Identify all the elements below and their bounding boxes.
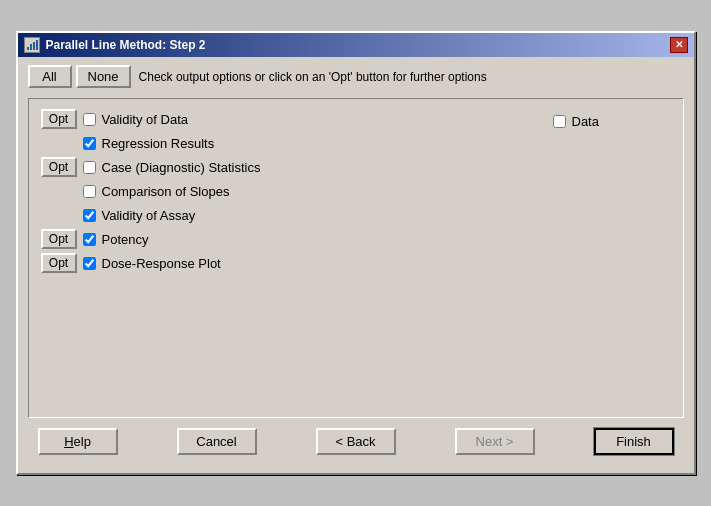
svg-rect-3 [36, 40, 38, 50]
row-case-diagnostic: Opt Case (Diagnostic) Statistics [41, 157, 531, 181]
label-regression-results: Regression Results [102, 136, 215, 151]
help-button[interactable]: Help [38, 428, 118, 455]
opt-button-validity-of-data[interactable]: Opt [41, 109, 77, 129]
back-button[interactable]: < Back [316, 428, 396, 455]
hint-text: Check output options or click on an 'Opt… [139, 70, 487, 84]
label-data: Data [572, 114, 599, 129]
check-data: Data [551, 114, 599, 133]
all-button[interactable]: All [28, 65, 72, 88]
window-icon [24, 37, 40, 53]
top-bar: All None Check output options or click o… [28, 65, 684, 88]
opt-btn-cell-1: Opt [41, 109, 81, 133]
main-window: Parallel Line Method: Step 2 ✕ All None … [16, 31, 696, 475]
check-regression-results: Regression Results [81, 136, 215, 155]
opt-btn-cell-3: Opt [41, 229, 81, 253]
checkbox-comparison-slopes[interactable] [83, 185, 96, 198]
check-case-diagnostic: Case (Diagnostic) Statistics [81, 160, 261, 179]
label-case-diagnostic: Case (Diagnostic) Statistics [102, 160, 261, 175]
label-dose-response-plot: Dose-Response Plot [102, 256, 221, 271]
checkbox-data[interactable] [553, 115, 566, 128]
title-bar-left: Parallel Line Method: Step 2 [24, 37, 206, 53]
label-potency: Potency [102, 232, 149, 247]
row-comparison-slopes: Comparison of Slopes [41, 181, 531, 205]
main-content: Opt Validity of Data Regression Results [41, 109, 671, 277]
checkbox-dose-response-plot[interactable] [83, 257, 96, 270]
svg-rect-2 [33, 42, 35, 50]
svg-rect-0 [27, 47, 29, 50]
svg-rect-1 [30, 44, 32, 50]
check-dose-response-plot: Dose-Response Plot [81, 256, 221, 275]
opt-button-dose-response-plot[interactable]: Opt [41, 253, 77, 273]
label-validity-of-data: Validity of Data [102, 112, 188, 127]
row-regression-results: Regression Results [41, 133, 531, 157]
finish-button[interactable]: Finish [594, 428, 674, 455]
right-column: Data [551, 109, 671, 277]
opt-btn-cell-2: Opt [41, 157, 81, 181]
row-data: Data [551, 111, 671, 135]
help-label: Help [64, 434, 91, 449]
window-body: All None Check output options or click o… [18, 57, 694, 473]
row-validity-of-assay: Validity of Assay [41, 205, 531, 229]
checkbox-validity-of-assay[interactable] [83, 209, 96, 222]
next-button[interactable]: Next > [455, 428, 535, 455]
check-potency: Potency [81, 232, 149, 251]
cancel-button[interactable]: Cancel [177, 428, 257, 455]
row-dose-response-plot: Opt Dose-Response Plot [41, 253, 531, 277]
label-comparison-slopes: Comparison of Slopes [102, 184, 230, 199]
title-bar: Parallel Line Method: Step 2 ✕ [18, 33, 694, 57]
window-title: Parallel Line Method: Step 2 [46, 38, 206, 52]
checkbox-regression-results[interactable] [83, 137, 96, 150]
close-button[interactable]: ✕ [670, 37, 688, 53]
check-validity-of-assay: Validity of Assay [81, 208, 196, 227]
none-button[interactable]: None [76, 65, 131, 88]
opt-btn-cell-4: Opt [41, 253, 81, 277]
checkbox-case-diagnostic[interactable] [83, 161, 96, 174]
opt-button-potency[interactable]: Opt [41, 229, 77, 249]
opt-button-case-diagnostic[interactable]: Opt [41, 157, 77, 177]
footer: Help Cancel < Back Next > Finish [28, 418, 684, 463]
checkbox-potency[interactable] [83, 233, 96, 246]
left-column: Opt Validity of Data Regression Results [41, 109, 531, 277]
content-area: Opt Validity of Data Regression Results [28, 98, 684, 418]
row-potency: Opt Potency [41, 229, 531, 253]
label-validity-of-assay: Validity of Assay [102, 208, 196, 223]
row-validity-of-data: Opt Validity of Data [41, 109, 531, 133]
checkbox-validity-of-data[interactable] [83, 113, 96, 126]
check-validity-of-data: Validity of Data [81, 112, 188, 131]
check-comparison-slopes: Comparison of Slopes [81, 184, 230, 203]
